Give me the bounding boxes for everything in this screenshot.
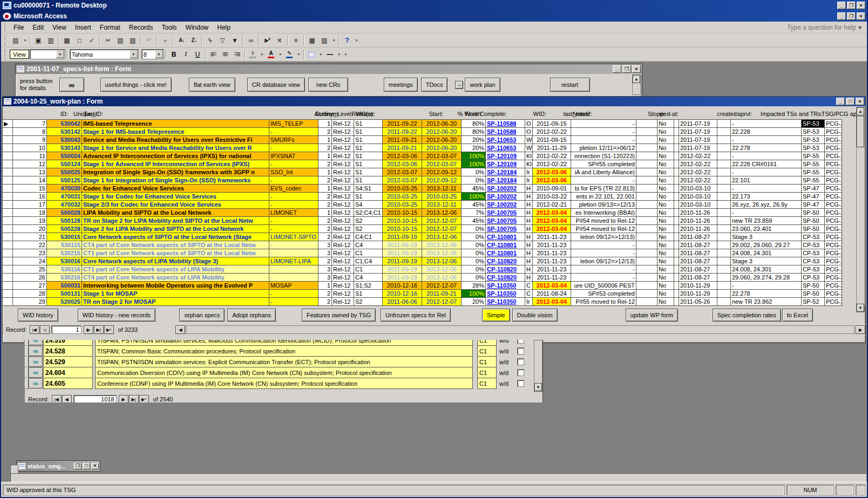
sort-ascending-icon[interactable]: A↓: [175, 35, 187, 46]
horizontal-scrollbar[interactable]: [186, 325, 855, 334]
view-icon[interactable]: ▤: [10, 35, 22, 46]
wid-link[interactable]: SP-120184: [485, 168, 525, 176]
workplan-vertical-scrollbar[interactable]: ▲ ▼: [856, 107, 865, 312]
wid-link[interactable]: SP-100202: [485, 200, 525, 209]
wid-link[interactable]: CP-110801: [485, 233, 525, 241]
special-effect-icon[interactable]: [306, 49, 317, 60]
record-selector[interactable]: [2, 297, 13, 306]
features-owned-by-tsg-button[interactable]: Features owned by TSG: [302, 309, 376, 322]
help-question-box[interactable]: Type a question for help ▾: [787, 23, 864, 32]
cell-tsg[interactable]: CP-53: [801, 257, 825, 265]
menu-edit[interactable]: Edit: [28, 22, 48, 33]
align-left-icon[interactable]: [208, 49, 219, 60]
line-color-dropdown-icon[interactable]: ▾: [296, 49, 302, 60]
to-excel-button[interactable]: to Excel: [782, 309, 813, 322]
record-selector[interactable]: [24, 356, 29, 367]
wid-link[interactable]: CP-110820: [485, 273, 525, 282]
wid-link[interactable]: SP-100705: [485, 208, 525, 217]
record-number-input[interactable]: 1018: [73, 395, 117, 403]
apply-filter-icon[interactable]: ▼: [229, 35, 241, 46]
record-selector[interactable]: [2, 233, 13, 241]
wid-history-button[interactable]: WID history: [18, 309, 58, 322]
record-selector[interactable]: [24, 367, 29, 378]
find-spec-button[interactable]: ∞: [29, 340, 43, 345]
font-size-combo[interactable]: 8 ▾: [141, 49, 164, 59]
cell-tsg[interactable]: SP-47: [801, 200, 825, 209]
new-object-icon[interactable]: ▨: [318, 35, 330, 46]
help-icon[interactable]: ?: [341, 35, 353, 46]
find-spec-button[interactable]: ∞: [29, 346, 43, 356]
spec-checkbox[interactable]: [517, 340, 524, 344]
wid-link[interactable]: SP-120184: [485, 176, 525, 185]
workplan-close-button[interactable]: ×: [856, 98, 864, 105]
find-spec-button[interactable]: ∞: [29, 378, 43, 388]
menu-help[interactable]: Help: [213, 22, 235, 33]
cell-tsg[interactable]: CP-53: [801, 233, 825, 241]
line-width-dropdown-icon[interactable]: ▾: [336, 49, 342, 60]
record-selector[interactable]: [2, 192, 13, 201]
record-selector[interactable]: [2, 127, 13, 136]
wid-link[interactable]: CP-110801: [485, 249, 525, 257]
wid-history-new-records-button[interactable]: WID history - new records: [78, 309, 156, 322]
spec-checkbox[interactable]: [517, 358, 524, 365]
small-button[interactable]: -: [455, 81, 463, 89]
cell-tsg[interactable]: SP-53: [801, 127, 825, 136]
adopt-orphans-button[interactable]: Adopt orphans: [227, 309, 276, 322]
cell-tsg[interactable]: SP-50: [801, 208, 825, 217]
scroll-left-icon[interactable]: ◀: [175, 325, 185, 334]
orphan-specs-button[interactable]: orphan specs: [179, 309, 225, 322]
print-icon[interactable]: ▦: [61, 35, 73, 46]
scrollbar-thumb[interactable]: [857, 116, 864, 147]
filter-by-form-icon[interactable]: ▽: [216, 35, 228, 46]
wid-link[interactable]: SP-110350: [485, 281, 525, 290]
simple-button[interactable]: Simple: [482, 309, 510, 322]
font-color-dropdown-icon[interactable]: ▾: [277, 49, 283, 60]
record-selector[interactable]: [2, 257, 13, 265]
record-selector[interactable]: [2, 249, 13, 257]
record-selector[interactable]: [2, 135, 13, 144]
previous-record-icon[interactable]: ◀: [40, 325, 50, 334]
record-selector[interactable]: [2, 184, 13, 193]
properties-icon[interactable]: ≡: [290, 35, 302, 46]
rd-close-button[interactable]: ×: [857, 2, 865, 9]
last-record-icon[interactable]: ▶|: [129, 395, 139, 403]
lower-form-scrollbar[interactable]: ▼: [534, 340, 542, 392]
cell-tsg[interactable]: SP-55: [801, 160, 825, 168]
cr-database-view-button[interactable]: CR database view: [247, 78, 305, 92]
specs-close-button[interactable]: ×: [632, 65, 641, 73]
cell-tsg[interactable]: SP-53: [801, 119, 825, 128]
cell-tsg[interactable]: CP-53: [801, 265, 825, 274]
record-selector[interactable]: [2, 281, 13, 290]
previous-record-icon[interactable]: ◀: [62, 395, 72, 403]
update-wp-form-button[interactable]: update WP form: [626, 309, 678, 322]
flat-earth-view-button[interactable]: flat earth view: [189, 78, 235, 92]
cell-tsg[interactable]: SP-55: [801, 176, 825, 185]
find-spec-button[interactable]: ∞: [29, 367, 43, 378]
font-combo[interactable]: Tahoma ▾: [70, 49, 139, 59]
wid-link[interactable]: CP-110820: [485, 265, 525, 274]
specs-minimize-button[interactable]: _: [613, 65, 621, 73]
workplan-minimize-button[interactable]: _: [836, 98, 845, 105]
insert-hyperlink-icon[interactable]: ●: [159, 35, 171, 46]
filter-by-selection-icon[interactable]: ϟ: [204, 35, 216, 46]
print-preview-icon[interactable]: □: [73, 35, 85, 46]
scroll-down-icon[interactable]: ▼: [534, 383, 542, 391]
copy-icon[interactable]: ▤: [114, 35, 126, 46]
access-minimize-button[interactable]: _: [837, 12, 846, 20]
fill-color-dropdown-icon[interactable]: ▾: [259, 49, 265, 60]
tdocs-button[interactable]: TDocs: [421, 78, 448, 92]
font-color-icon[interactable]: A: [266, 49, 277, 60]
wid-link[interactable]: SP-110588: [485, 127, 525, 136]
spec-checkbox[interactable]: [517, 380, 524, 387]
menu-records[interactable]: Records: [125, 22, 158, 33]
rd-restore-button[interactable]: ❐: [847, 2, 856, 9]
fill-color-icon[interactable]: ◊: [247, 49, 259, 60]
useful-things-button[interactable]: useful things - click me!: [100, 78, 172, 92]
record-selector[interactable]: [2, 265, 13, 274]
cell-tsg[interactable]: SP-50: [801, 281, 825, 290]
formatting-toolbar-options-icon[interactable]: ▾: [343, 49, 349, 60]
record-selector[interactable]: [2, 160, 13, 168]
spelling-icon[interactable]: ✓: [86, 35, 98, 46]
cell-tsg[interactable]: SP-52: [801, 297, 825, 306]
toolbar-options-icon[interactable]: ▾: [354, 35, 360, 46]
